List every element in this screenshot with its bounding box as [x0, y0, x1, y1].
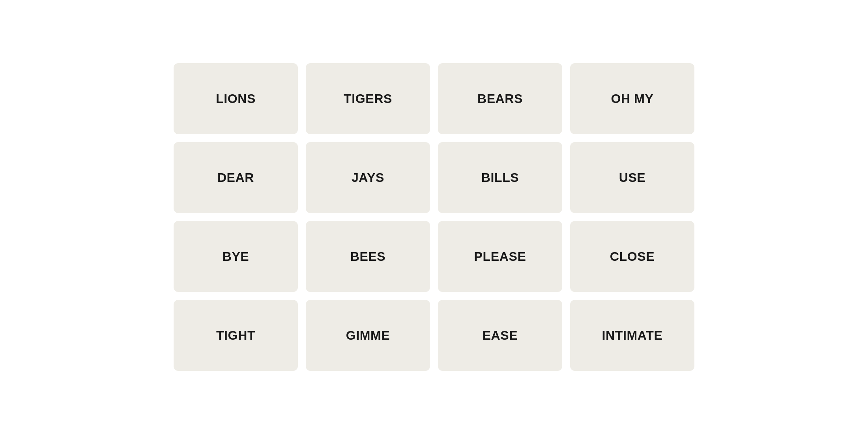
card-tigers[interactable]: TIGERS	[306, 63, 430, 134]
card-intimate[interactable]: INTIMATE	[570, 300, 694, 371]
card-label-close: CLOSE	[610, 249, 655, 264]
card-label-bees: BEES	[350, 249, 386, 264]
card-label-gimme: GIMME	[346, 328, 390, 343]
card-label-please: PLEASE	[474, 249, 526, 264]
card-label-bills: BILLS	[481, 170, 519, 185]
card-label-bye: BYE	[223, 249, 249, 264]
card-bears[interactable]: BEARS	[438, 63, 562, 134]
card-label-dear: DEAR	[217, 170, 254, 185]
card-dear[interactable]: DEAR	[174, 142, 298, 213]
card-label-intimate: INTIMATE	[602, 328, 663, 343]
card-oh-my[interactable]: OH MY	[570, 63, 694, 134]
card-bye[interactable]: BYE	[174, 221, 298, 292]
card-gimme[interactable]: GIMME	[306, 300, 430, 371]
card-bills[interactable]: BILLS	[438, 142, 562, 213]
card-bees[interactable]: BEES	[306, 221, 430, 292]
card-label-ease: EASE	[483, 328, 518, 343]
card-tight[interactable]: TIGHT	[174, 300, 298, 371]
card-jays[interactable]: JAYS	[306, 142, 430, 213]
card-lions[interactable]: LIONS	[174, 63, 298, 134]
word-grid: LIONSTIGERSBEARSOH MYDEARJAYSBILLSUSEBYE…	[158, 47, 710, 387]
card-label-bears: BEARS	[477, 92, 523, 106]
card-label-oh-my: OH MY	[611, 92, 653, 106]
card-close[interactable]: CLOSE	[570, 221, 694, 292]
card-label-lions: LIONS	[216, 92, 256, 106]
card-please[interactable]: PLEASE	[438, 221, 562, 292]
card-label-jays: JAYS	[352, 170, 384, 185]
card-label-tigers: TIGERS	[344, 92, 392, 106]
card-label-tight: TIGHT	[216, 328, 255, 343]
card-ease[interactable]: EASE	[438, 300, 562, 371]
card-use[interactable]: USE	[570, 142, 694, 213]
card-label-use: USE	[619, 170, 646, 185]
